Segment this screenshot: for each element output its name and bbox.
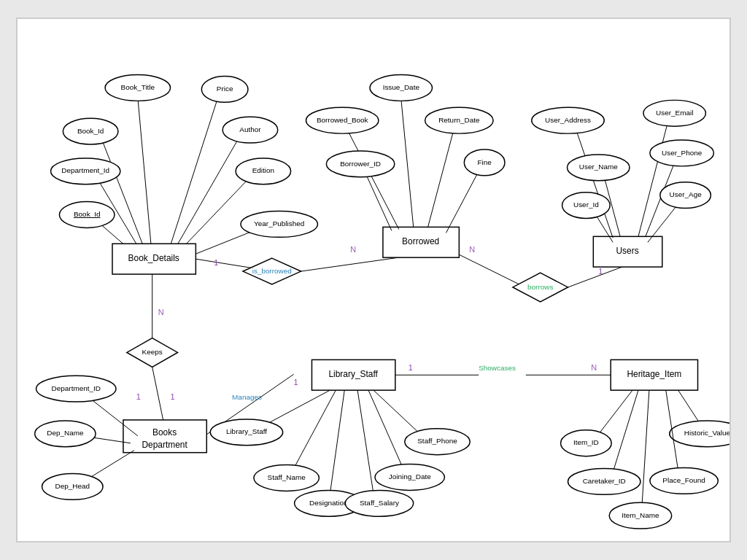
svg-line-76 [152, 367, 163, 420]
svg-text:Department_Id: Department_Id [61, 166, 109, 174]
svg-text:is_borrowed: is_borrowed [252, 267, 292, 275]
svg-text:Item_ID: Item_ID [573, 438, 599, 446]
svg-text:Year_Published: Year_Published [254, 219, 304, 228]
svg-text:Heritage_Item: Heritage_Item [627, 369, 681, 379]
svg-line-0 [138, 97, 152, 258]
svg-text:1: 1 [294, 378, 298, 386]
svg-line-44 [446, 171, 479, 233]
svg-text:Book_Details: Book_Details [128, 253, 179, 263]
svg-line-100 [330, 390, 344, 494]
svg-text:1: 1 [598, 267, 603, 276]
svg-line-9 [171, 137, 239, 257]
svg-text:1: 1 [409, 363, 413, 372]
svg-text:User_Email: User_Email [656, 109, 693, 117]
svg-text:Library_Staff: Library_Staff [328, 369, 378, 379]
svg-text:User_Name: User_Name [579, 163, 618, 171]
svg-line-41 [366, 175, 392, 231]
svg-line-87 [87, 451, 134, 480]
svg-text:Dep_Name: Dep_Name [47, 429, 84, 437]
svg-text:Users: Users [616, 246, 638, 256]
svg-text:Joining_Date: Joining_Date [389, 472, 431, 481]
svg-text:User_Age: User_Age [670, 190, 703, 198]
svg-text:Department: Department [142, 440, 187, 450]
svg-text:1: 1 [171, 392, 175, 401]
svg-line-130 [642, 390, 649, 506]
svg-text:Book_Id: Book_Id [74, 210, 100, 218]
svg-text:Edition: Edition [252, 166, 274, 174]
svg-text:Designation: Designation [309, 499, 347, 507]
svg-text:Books: Books [152, 427, 177, 438]
svg-text:Issue_Date: Issue_Date [383, 83, 420, 91]
svg-text:User_Address: User_Address [545, 116, 591, 124]
svg-line-118 [598, 390, 632, 435]
svg-text:Book_Title: Book_Title [121, 83, 155, 91]
svg-text:Caretaker_ID: Caretaker_ID [583, 477, 626, 485]
svg-line-69 [648, 204, 678, 243]
svg-line-97 [294, 390, 336, 468]
svg-text:User_Id: User_Id [573, 201, 599, 209]
svg-text:Book_Id: Book_Id [77, 127, 104, 135]
svg-text:Price: Price [217, 85, 233, 93]
svg-text:Historic_Value: Historic_Value [684, 429, 729, 437]
svg-text:Staff_Name: Staff_Name [268, 473, 306, 481]
svg-text:Place_Found: Place_Found [662, 476, 705, 484]
svg-line-3 [167, 98, 218, 257]
svg-text:N: N [591, 363, 597, 372]
svg-text:Author: Author [239, 125, 261, 133]
svg-text:Showcases: Showcases [479, 364, 516, 372]
svg-line-38 [428, 131, 454, 227]
svg-text:Dep_Head: Dep_Head [55, 482, 90, 490]
svg-text:N: N [350, 245, 356, 254]
svg-text:1: 1 [214, 258, 218, 267]
svg-text:Borrower_ID: Borrower_ID [340, 160, 381, 168]
er-diagram: Book_Title Price Book_Id Author Departme… [16, 18, 731, 542]
svg-text:Borrowed_Book: Borrowed_Book [317, 116, 368, 124]
svg-line-124 [613, 390, 638, 472]
svg-text:borrows: borrows [527, 283, 553, 291]
svg-line-121 [678, 390, 700, 424]
svg-text:N: N [158, 308, 164, 316]
svg-text:Keeps: Keeps [142, 348, 163, 356]
svg-line-54 [576, 131, 613, 238]
svg-line-6 [101, 139, 149, 260]
svg-line-35 [348, 131, 399, 229]
svg-text:1: 1 [136, 392, 141, 401]
svg-line-57 [638, 124, 667, 236]
svg-line-103 [374, 390, 421, 435]
svg-line-47 [459, 254, 522, 286]
svg-text:N: N [469, 245, 475, 254]
svg-line-109 [357, 390, 374, 494]
svg-text:Fine: Fine [477, 158, 492, 166]
svg-text:Staff_Salary: Staff_Salary [360, 499, 399, 507]
svg-text:Staff_Phone: Staff_Phone [417, 437, 457, 445]
svg-text:Library_Staff: Library_Staff [226, 427, 267, 435]
svg-text:Manages: Manages [232, 393, 262, 401]
svg-line-51 [568, 265, 627, 287]
svg-text:Borrowed: Borrowed [402, 236, 439, 246]
svg-line-32 [401, 98, 414, 227]
svg-text:Department_ID: Department_ID [52, 384, 101, 392]
svg-text:User_Phone: User_Phone [662, 149, 703, 157]
svg-text:Return_Date: Return_Date [438, 116, 480, 124]
svg-text:Item_Name: Item_Name [622, 511, 659, 519]
